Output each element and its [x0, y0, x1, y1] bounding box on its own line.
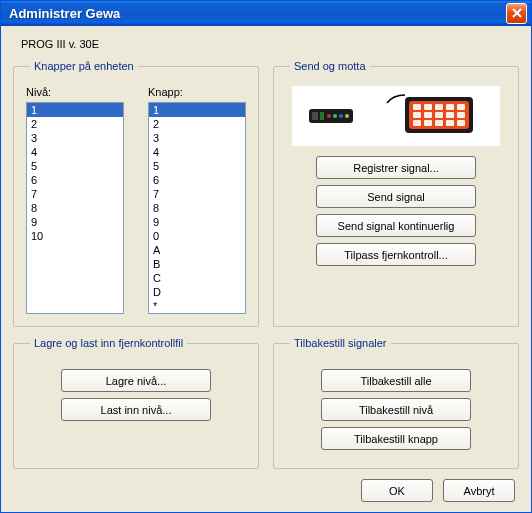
close-icon [512, 8, 522, 18]
list-item[interactable]: 3 [27, 131, 123, 145]
svg-rect-9 [413, 104, 421, 110]
svg-rect-1 [312, 112, 318, 120]
list-item[interactable]: 5 [27, 159, 123, 173]
list-item[interactable]: 1 [27, 103, 123, 117]
group-device-buttons-legend: Knapper på enheten [30, 60, 138, 72]
svg-rect-21 [435, 120, 443, 126]
group-reset-legend: Tilbakestill signaler [290, 337, 391, 349]
niva-label: Nivå: [26, 86, 124, 98]
svg-rect-11 [435, 104, 443, 110]
svg-rect-23 [457, 120, 465, 126]
list-item[interactable]: 2 [27, 117, 123, 131]
svg-point-6 [345, 114, 349, 118]
list-item[interactable]: B [149, 257, 245, 271]
svg-rect-2 [320, 112, 324, 120]
window-close-button[interactable] [506, 3, 527, 24]
version-label: PROG III v. 30E [21, 38, 515, 50]
group-send-receive-legend: Send og motta [290, 60, 370, 72]
svg-point-4 [333, 114, 337, 118]
list-item[interactable]: 1 [149, 103, 245, 117]
group-file-legend: Lagre og last inn fjernkontrollfil [30, 337, 187, 349]
ok-button[interactable]: OK [361, 479, 433, 502]
tilbakestill-knapp-button[interactable]: Tilbakestill knapp [321, 427, 471, 450]
last-inn-niva-button[interactable]: Last inn nivå... [61, 398, 211, 421]
svg-rect-12 [446, 104, 454, 110]
tilbakestill-alle-button[interactable]: Tilbakestill alle [321, 369, 471, 392]
list-item[interactable]: 9 [149, 215, 245, 229]
list-item[interactable]: 9 [27, 215, 123, 229]
list-item[interactable]: 10 [27, 229, 123, 243]
registrer-signal-button[interactable]: Registrer signal... [316, 156, 476, 179]
svg-point-3 [327, 114, 331, 118]
lagre-niva-button[interactable]: Lagre nivå... [61, 369, 211, 392]
list-item[interactable]: 8 [149, 201, 245, 215]
group-send-receive: Send og motta [273, 60, 519, 327]
svg-rect-22 [446, 120, 454, 126]
list-item[interactable]: 2 [149, 117, 245, 131]
list-item[interactable]: 5 [149, 159, 245, 173]
send-signal-cont-button[interactable]: Send signal kontinuerlig [316, 214, 476, 237]
list-item[interactable]: 4 [149, 145, 245, 159]
list-item[interactable]: # [149, 313, 245, 314]
niva-listbox[interactable]: 12345678910 [26, 102, 124, 314]
svg-rect-10 [424, 104, 432, 110]
device-image-area [292, 86, 500, 146]
list-item[interactable]: 7 [149, 187, 245, 201]
tilpass-fjernkontroll-button[interactable]: Tilpass fjernkontroll... [316, 243, 476, 266]
send-signal-button[interactable]: Send signal [316, 185, 476, 208]
list-item[interactable]: 3 [149, 131, 245, 145]
svg-point-5 [339, 114, 343, 118]
svg-rect-13 [457, 104, 465, 110]
svg-rect-20 [424, 120, 432, 126]
list-item[interactable]: C [149, 271, 245, 285]
knapp-listbox[interactable]: 1234567890ABCD*# [148, 102, 246, 314]
group-device-buttons: Knapper på enheten Nivå: 12345678910 Kna… [13, 60, 259, 327]
list-item[interactable]: 8 [27, 201, 123, 215]
titlebar: Administrer Gewa [1, 1, 531, 26]
list-item[interactable]: 7 [27, 187, 123, 201]
remote-icon [309, 93, 365, 139]
knapp-label: Knapp: [148, 86, 246, 98]
svg-rect-15 [424, 112, 432, 118]
list-item[interactable]: D [149, 285, 245, 299]
svg-rect-19 [413, 120, 421, 126]
list-item[interactable]: 6 [149, 173, 245, 187]
svg-rect-17 [446, 112, 454, 118]
avbryt-button[interactable]: Avbryt [443, 479, 515, 502]
group-reset-signals: Tilbakestill signaler Tilbakestill alle … [273, 337, 519, 469]
window-title: Administrer Gewa [9, 6, 506, 21]
list-item[interactable]: 0 [149, 229, 245, 243]
list-item[interactable]: 4 [27, 145, 123, 159]
tilbakestill-niva-button[interactable]: Tilbakestill nivå [321, 398, 471, 421]
list-item[interactable]: A [149, 243, 245, 257]
svg-rect-14 [413, 112, 421, 118]
keypad-device-icon [383, 93, 483, 139]
list-item[interactable]: 6 [27, 173, 123, 187]
svg-rect-16 [435, 112, 443, 118]
svg-rect-18 [457, 112, 465, 118]
list-item[interactable]: * [149, 299, 245, 313]
group-file-save-load: Lagre og last inn fjernkontrollfil Lagre… [13, 337, 259, 469]
